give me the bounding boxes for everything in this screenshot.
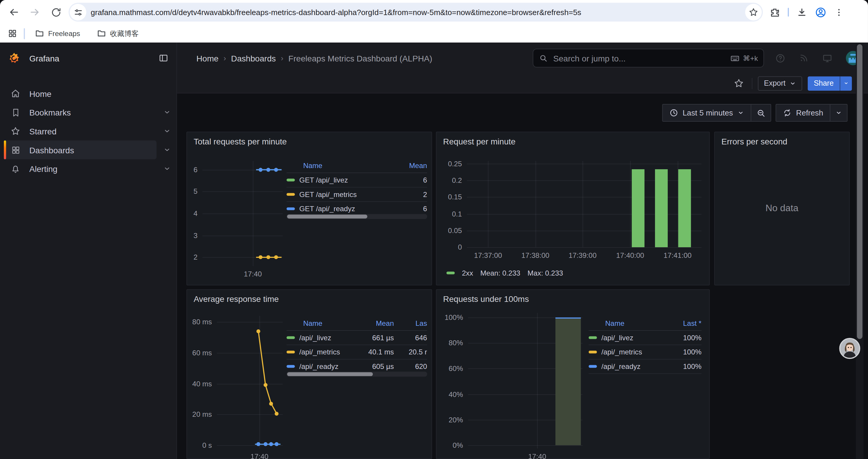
help-icon[interactable] (775, 53, 785, 64)
browser-back-button[interactable] (4, 3, 23, 22)
x-axis-tick-label: 17:40:00 (616, 251, 644, 259)
browser-reload-button[interactable] (46, 3, 65, 22)
area-/api/_readyz (555, 318, 581, 445)
legend-row: /api/_livez 100% (589, 331, 701, 345)
share-button-group: Share (808, 76, 852, 90)
series-mean: 6 (398, 205, 427, 213)
panel-title[interactable]: Total requests per minute (193, 137, 286, 146)
extensions-icon[interactable] (770, 7, 780, 18)
chevron-down-icon[interactable] (163, 108, 171, 116)
series-name[interactable]: /api/_metrics (299, 348, 340, 356)
chevron-down-icon[interactable] (163, 146, 171, 154)
y-axis-tick-label: 100% (442, 314, 463, 322)
legend-scrollbar[interactable] (286, 214, 427, 219)
series-name[interactable]: GET /api/_readyz (299, 205, 355, 213)
share-dropdown-button[interactable] (840, 76, 852, 90)
chart-average-response-time[interactable]: 80 ms60 ms40 ms20 ms0 s17:40 (217, 316, 283, 448)
chart-request-per-minute[interactable]: 0.250.20.150.10.05017:37:0017:38:0017:39… (467, 161, 701, 247)
y-axis-tick-label: 40 ms (189, 380, 212, 388)
series-name[interactable]: /api/_readyz (601, 362, 641, 370)
sidebar-item-bookmarks[interactable]: Bookmarks (4, 103, 157, 122)
series-name[interactable]: /api/_livez (299, 333, 331, 342)
data-point-/api/_metrics (264, 383, 267, 387)
dashboard-canvas: Last 5 minutes Refresh (177, 93, 868, 459)
bookmark-folder-freeleaps[interactable]: Freeleaps (30, 26, 85, 41)
reload-icon (51, 7, 61, 18)
page-scrollbar-thumb[interactable] (857, 44, 863, 339)
bookmark-star-icon[interactable] (745, 4, 762, 21)
refresh-interval-dropdown[interactable] (830, 104, 848, 122)
legend-col-name[interactable]: Name (286, 319, 365, 327)
series-name[interactable]: /api/_readyz (299, 362, 339, 370)
bookmark-folder-blog[interactable]: 收藏博客 (92, 26, 143, 41)
series-last: 620 (399, 362, 427, 370)
url-bar[interactable] (68, 3, 763, 22)
legend-scrollbar[interactable] (286, 371, 427, 376)
panel-title[interactable]: Average response time (193, 294, 279, 304)
series-color-dash (286, 193, 295, 196)
legend-col-last[interactable]: Last * (673, 319, 701, 327)
monitor-icon[interactable] (822, 53, 833, 64)
browser-forward-button[interactable] (25, 3, 44, 22)
back-icon (8, 6, 19, 18)
series-name[interactable]: 2xx (462, 269, 473, 277)
bookmark-label: 收藏博客 (110, 28, 138, 38)
panel-title[interactable]: Requests under 100ms (443, 294, 529, 304)
series-max-label: Max: 0.233 (527, 269, 563, 277)
data-point-/api/_metrics (275, 412, 279, 416)
series-name[interactable]: /api/_metrics (601, 348, 642, 356)
legend-col-name[interactable]: Name (286, 161, 398, 169)
profile-icon[interactable] (815, 6, 826, 18)
share-button[interactable]: Share (808, 76, 840, 90)
legend-scrollbar-thumb[interactable] (287, 372, 373, 376)
series-last: 20.5 r (399, 348, 427, 356)
legend-col-mean[interactable]: Mean (365, 319, 394, 327)
grafana-logo[interactable] (8, 52, 20, 64)
breadcrumb-home[interactable]: Home (196, 54, 219, 63)
chevron-down-icon (835, 109, 842, 116)
time-range-picker[interactable]: Last 5 minutes (662, 104, 751, 122)
sidebar-item-dashboards[interactable]: Dashboards (4, 140, 157, 160)
series-name[interactable]: GET /api/_metrics (299, 190, 356, 198)
zoom-out-time-button[interactable] (751, 104, 771, 122)
zoom-out-icon (756, 108, 766, 118)
series-name[interactable]: /api/_livez (601, 333, 633, 342)
x-axis-tick-label: 17:40 (244, 270, 262, 278)
apps-grid-icon[interactable] (8, 29, 17, 38)
legend-row: /api/_livez 661 µs 646 (286, 331, 427, 345)
favorite-dashboard-button[interactable] (731, 76, 746, 91)
sidebar-item-home[interactable]: Home (4, 84, 157, 103)
sidebar-item-alerting[interactable]: Alerting (4, 159, 157, 178)
search-box[interactable]: ⌘+k (533, 49, 764, 68)
sidebar-item-starred[interactable]: Starred (4, 122, 157, 140)
floating-assistant-avatar[interactable] (839, 338, 860, 359)
downloads-icon[interactable] (797, 7, 807, 18)
data-point-/api/_readyz (275, 442, 279, 446)
panel-requests-under-100ms: Requests under 100ms 100%80%60%40%20%0%1… (436, 289, 710, 459)
chart-total-requests[interactable]: 6543217:40 (203, 161, 283, 266)
chevron-down-icon[interactable] (163, 127, 171, 135)
chevron-down-icon[interactable] (163, 165, 171, 172)
browser-menu-icon[interactable] (834, 7, 844, 17)
legend-col-mean[interactable]: Mean (398, 161, 427, 169)
refresh-button[interactable]: Refresh (776, 104, 830, 122)
site-settings-icon[interactable] (70, 4, 86, 21)
legend-table: Name Last * /api/_livez 100% /api/_metri… (589, 316, 701, 374)
breadcrumb-dashboards[interactable]: Dashboards (231, 54, 276, 63)
legend-header: Name Mean (286, 158, 427, 173)
sidebar-toggle-icon[interactable] (158, 53, 169, 63)
url-input[interactable] (86, 3, 745, 22)
chart-requests-under-100ms[interactable]: 100%80%60%40%20%0%17:40 (468, 313, 583, 449)
legend-col-name[interactable]: Name (589, 319, 673, 327)
bar-2xx (655, 169, 668, 247)
export-button[interactable]: Export (758, 76, 802, 90)
page-scrollbar[interactable] (856, 42, 864, 459)
series-name[interactable]: GET /api/_livez (299, 176, 348, 184)
legend-scrollbar-thumb[interactable] (287, 215, 367, 219)
brand-name[interactable]: Grafana (29, 54, 59, 63)
news-rss-icon[interactable] (799, 53, 809, 63)
legend-col-last[interactable]: Las (399, 319, 427, 327)
panel-title[interactable]: Request per minute (443, 137, 516, 146)
search-input[interactable] (552, 53, 726, 64)
series-mean: 6 (398, 176, 427, 184)
